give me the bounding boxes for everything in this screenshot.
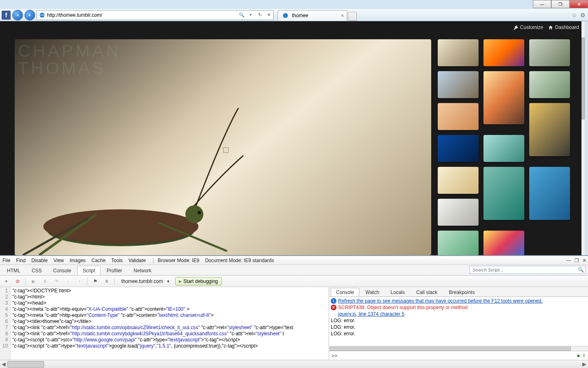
step-over-icon[interactable]: ↷ bbox=[53, 278, 60, 285]
browser-mode[interactable]: Browser Mode: IE9 bbox=[153, 258, 199, 263]
menu-validate[interactable]: Validate bbox=[129, 258, 146, 263]
browser-tab[interactable]: thomee ✕ bbox=[278, 10, 347, 21]
script-search-input[interactable] bbox=[470, 267, 576, 272]
rtab-locals[interactable]: Locals bbox=[385, 288, 410, 296]
rtab-watch[interactable]: Watch bbox=[360, 288, 385, 296]
rtab-callstack[interactable]: Call stack bbox=[411, 288, 443, 296]
address-bar[interactable]: 🔍 ▼ ↻ ✕ bbox=[37, 10, 274, 20]
search-icon[interactable]: 🔍 bbox=[576, 267, 585, 273]
thumbnail[interactable] bbox=[438, 231, 479, 255]
scroll-left-arrow[interactable]: ◄ bbox=[0, 361, 7, 368]
console-output[interactable]: iRefresh the page to see messages that m… bbox=[329, 297, 588, 346]
window-close-button[interactable]: ✕ bbox=[570, 0, 588, 8]
run-script-icon[interactable]: ▶ bbox=[577, 353, 581, 358]
thumbnail[interactable] bbox=[483, 39, 524, 66]
menu-view[interactable]: View bbox=[53, 258, 64, 263]
dashboard-label: Dashboard bbox=[555, 25, 579, 30]
main-photo[interactable]: CHAPMAN THOMAS bbox=[15, 39, 431, 255]
multiline-toggle-icon[interactable]: ⇕ bbox=[582, 353, 586, 358]
format-icon[interactable]: ≡ bbox=[103, 278, 110, 285]
clear-icon[interactable]: ⊘ bbox=[14, 278, 21, 285]
error-source-link[interactable]: jquery.js, line 1374 character 5 bbox=[338, 311, 405, 317]
script-search[interactable]: 🔍 bbox=[470, 266, 586, 274]
start-debugging-button[interactable]: Start debugging bbox=[175, 277, 222, 285]
menu-cache[interactable]: Cache bbox=[91, 258, 106, 263]
step-out-icon[interactable]: ↑ bbox=[76, 278, 83, 285]
pointer-icon[interactable]: ⌖ bbox=[2, 278, 10, 285]
console-scroll-thumb[interactable] bbox=[330, 347, 571, 351]
resize-grip-icon[interactable]: ⋰ bbox=[583, 362, 587, 366]
devtools-unpin-icon[interactable]: ❐ bbox=[575, 258, 579, 263]
tab-html[interactable]: HTML bbox=[2, 266, 26, 275]
thumbnail[interactable] bbox=[529, 103, 570, 156]
back-button[interactable] bbox=[12, 10, 23, 20]
devtools-close-icon[interactable]: ✕ bbox=[582, 258, 586, 263]
menu-disable[interactable]: Disable bbox=[31, 258, 48, 263]
tab-profiler[interactable]: Profiler bbox=[101, 266, 127, 275]
menu-images[interactable]: Images bbox=[70, 258, 86, 263]
thumbnail[interactable] bbox=[483, 231, 524, 255]
forward-button[interactable] bbox=[24, 10, 35, 20]
thumbnail[interactable] bbox=[438, 71, 479, 98]
url-input[interactable] bbox=[47, 11, 237, 20]
devtools-minimize-icon[interactable]: — bbox=[566, 258, 571, 263]
menu-find[interactable]: Find bbox=[16, 258, 25, 263]
tab-close-icon[interactable]: ✕ bbox=[341, 13, 344, 18]
dropdown-icon[interactable]: ▼ bbox=[246, 11, 255, 20]
break-all-icon[interactable]: ⚑ bbox=[91, 278, 99, 285]
minimize-button[interactable]: — bbox=[533, 0, 551, 8]
thumbnail[interactable] bbox=[529, 39, 570, 66]
devtools-window-controls: — ❐ ✕ bbox=[566, 258, 586, 263]
tab-network[interactable]: Network bbox=[128, 266, 157, 275]
facebook-button[interactable]: f bbox=[2, 11, 11, 20]
app-horizontal-scrollbar[interactable]: ◄ ► ⋰ bbox=[0, 360, 588, 368]
favorites-icon[interactable]: ☆ bbox=[572, 12, 577, 18]
dashboard-link[interactable]: Dashboard bbox=[548, 25, 579, 30]
home-icon bbox=[548, 25, 553, 30]
menu-tools[interactable]: Tools bbox=[111, 258, 123, 263]
tools-gear-icon[interactable]: ⚙ bbox=[580, 12, 586, 18]
page-scrollbar-track[interactable] bbox=[581, 21, 585, 255]
watermark-line2: THOMAS bbox=[18, 60, 121, 77]
script-source-dropdown[interactable]: thomee.tumblr.com bbox=[119, 278, 171, 285]
thumbnail[interactable] bbox=[438, 167, 479, 194]
new-tab-button[interactable] bbox=[348, 12, 357, 21]
thumbnail[interactable] bbox=[483, 135, 524, 162]
console-input[interactable] bbox=[340, 353, 575, 359]
thumbnail[interactable] bbox=[529, 167, 570, 220]
thumbnail[interactable] bbox=[438, 39, 479, 66]
scroll-thumb[interactable] bbox=[7, 361, 44, 368]
continue-icon[interactable]: ▶ bbox=[30, 278, 37, 285]
maximize-button[interactable]: ❐ bbox=[551, 0, 570, 8]
thumbnail[interactable] bbox=[529, 71, 570, 98]
document-mode[interactable]: Document Mode: IE9 standards bbox=[205, 258, 274, 263]
thumbnail[interactable] bbox=[438, 199, 479, 226]
pause-icon[interactable]: ⏸ bbox=[41, 278, 49, 285]
refresh-button[interactable]: ↻ bbox=[255, 11, 264, 20]
step-into-icon[interactable]: ↓ bbox=[64, 278, 71, 285]
stop-button[interactable]: ✕ bbox=[264, 11, 273, 20]
console-input-row: >> ▶ ⇕ bbox=[329, 351, 588, 360]
page-scrollbar-thumb[interactable] bbox=[581, 38, 585, 119]
svg-point-1 bbox=[283, 13, 288, 18]
rtab-console[interactable]: Console bbox=[331, 288, 359, 296]
info-icon: i bbox=[331, 298, 336, 304]
thumbnail[interactable] bbox=[438, 135, 479, 162]
search-icon[interactable]: 🔍 bbox=[237, 11, 246, 20]
thumbnail[interactable] bbox=[438, 103, 479, 130]
tab-console[interactable]: Console bbox=[48, 266, 76, 275]
tab-css[interactable]: CSS bbox=[27, 266, 47, 275]
thumbnail[interactable] bbox=[483, 71, 524, 124]
console-info-msg[interactable]: Refresh the page to see messages that ma… bbox=[338, 298, 543, 304]
scroll-track[interactable] bbox=[7, 361, 581, 368]
svg-point-3 bbox=[43, 209, 198, 244]
source-pane[interactable]: 12345678910 "c-tag"><!DOCTYPE html>"c-ta… bbox=[0, 287, 329, 360]
toolbar-right: ☆ ⚙ bbox=[572, 12, 586, 18]
menu-file[interactable]: File bbox=[2, 258, 10, 263]
source-code[interactable]: "c-tag"><!DOCTYPE html>"c-tag"><html>"c-… bbox=[11, 287, 329, 360]
tab-script[interactable]: Script bbox=[77, 266, 100, 275]
rtab-breakpoints[interactable]: Breakpoints bbox=[443, 288, 480, 296]
thumbnail[interactable] bbox=[483, 167, 524, 220]
customize-link[interactable]: Customize bbox=[513, 25, 543, 30]
console-hscrollbar[interactable] bbox=[329, 346, 588, 351]
